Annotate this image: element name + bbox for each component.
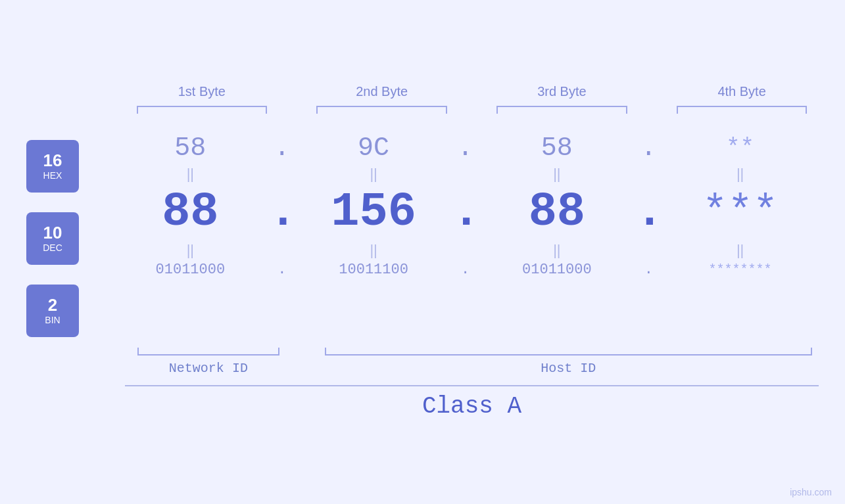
byte2-header: 2nd Byte [305, 84, 459, 99]
dec-badge-number: 10 [43, 223, 62, 242]
dec-b3: 88 [529, 185, 585, 239]
hex-b4: ** [726, 135, 754, 162]
dec-dot2: . [452, 185, 481, 239]
class-top-line [125, 385, 819, 386]
equals-row2: || || || || [112, 239, 819, 262]
hex-dot1: . [274, 133, 290, 163]
main-container: 1st Byte 2nd Byte 3rd Byte 4th Byte 16 H… [0, 0, 845, 504]
top-brackets [26, 106, 819, 114]
class-section: Class A [26, 385, 819, 420]
eq1-b2: || [370, 166, 377, 182]
eq1-b3: || [553, 166, 560, 182]
bin-dot1: . [278, 262, 286, 278]
data-grid: 58 . 9C . 58 . ** || || || || 88 [112, 133, 819, 344]
bin-b4: ******** [709, 262, 772, 277]
eq2-b3: || [553, 242, 560, 258]
bin-badge-number: 2 [48, 296, 57, 315]
bin-row: 01011000 . 10011100 . 01011000 . *******… [112, 262, 819, 278]
hex-badge: 16 HEX [26, 140, 79, 193]
host-id-bracket-section: Host ID [318, 348, 819, 376]
bin-dot3: . [644, 262, 653, 278]
byte1-header: 1st Byte [125, 84, 279, 99]
bin-b2: 10011100 [339, 262, 408, 278]
hex-badge-number: 16 [43, 151, 62, 170]
equals-row1: || || || || [112, 163, 819, 185]
watermark: ipshu.com [790, 487, 832, 497]
dec-b4: *** [702, 189, 778, 236]
eq2-b2: || [370, 242, 377, 258]
dec-badge-label: DEC [43, 242, 62, 254]
bin-badge-label: BIN [45, 315, 60, 326]
dec-dot1: . [269, 185, 297, 239]
bin-badge: 2 BIN [26, 285, 79, 337]
bin-b1: 01011000 [156, 262, 226, 278]
eq1-b1: || [187, 166, 194, 182]
content-area: 16 HEX 10 DEC 2 BIN 58 . 9C . 58 . ** [26, 133, 819, 344]
dec-badge: 10 DEC [26, 212, 79, 265]
byte4-header: 4th Byte [665, 84, 819, 99]
network-id-bracket-section: Network ID [125, 348, 292, 376]
bin-b3: 01011000 [522, 262, 592, 278]
network-id-bracket-line [137, 348, 279, 355]
bracket-b3 [496, 106, 627, 114]
class-label: Class A [125, 393, 819, 420]
byte3-header: 3rd Byte [485, 84, 639, 99]
host-id-bracket-line [325, 348, 812, 355]
hex-dot2: . [457, 133, 473, 163]
eq2-b1: || [187, 242, 194, 258]
hex-b2: 9C [358, 133, 389, 163]
hex-dot3: . [640, 133, 656, 163]
badges-column: 16 HEX 10 DEC 2 BIN [26, 133, 112, 344]
bin-dot2: . [461, 262, 470, 278]
network-id-label: Network ID [169, 361, 248, 376]
dec-dot3: . [635, 185, 664, 239]
hex-row: 58 . 9C . 58 . ** [112, 133, 819, 163]
bottom-brackets: Network ID Host ID [26, 348, 819, 376]
hex-b3: 58 [541, 133, 573, 163]
hex-b1: 58 [174, 133, 206, 163]
bracket-b4 [677, 106, 808, 114]
host-id-label: Host ID [541, 361, 596, 376]
bracket-b2 [316, 106, 447, 114]
dec-b1: 88 [162, 185, 218, 239]
hex-badge-label: HEX [43, 170, 62, 181]
dec-row: 88 . 156 . 88 . *** [112, 185, 819, 239]
bracket-b1 [137, 106, 268, 114]
eq2-b4: || [736, 242, 744, 258]
eq1-b4: || [736, 166, 744, 182]
byte-headers: 1st Byte 2nd Byte 3rd Byte 4th Byte [26, 84, 819, 99]
dec-b2: 156 [331, 185, 416, 239]
